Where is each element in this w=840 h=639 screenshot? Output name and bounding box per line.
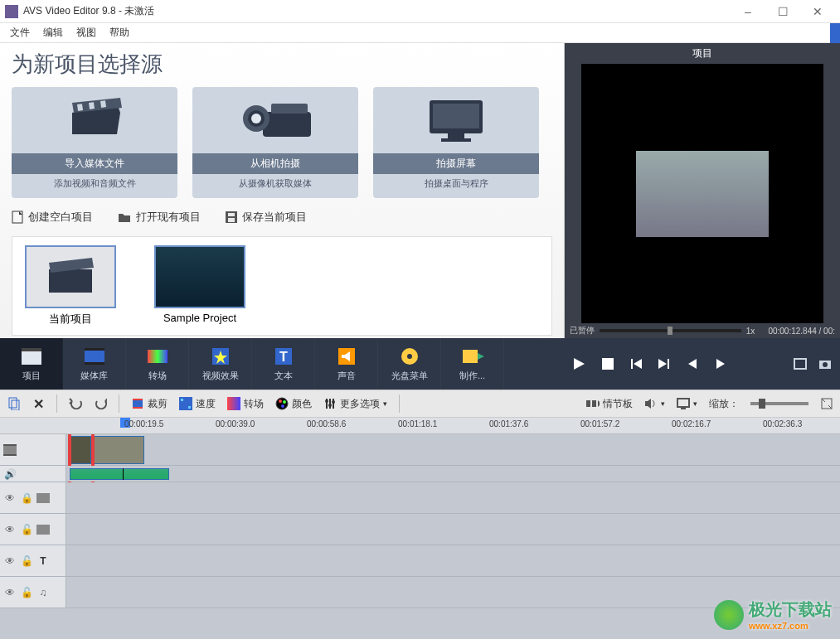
lock-icon[interactable]: 🔓 xyxy=(20,524,33,535)
svg-point-61 xyxy=(281,404,284,408)
video-clip[interactable] xyxy=(91,436,144,464)
preview-viewport[interactable] xyxy=(581,64,823,323)
track-body[interactable] xyxy=(66,545,840,576)
save-project[interactable]: 保存当前项目 xyxy=(226,210,307,225)
text-icon: T xyxy=(272,346,295,366)
clapperboard-icon xyxy=(44,258,97,296)
tab-produce[interactable]: 制作... xyxy=(441,338,504,390)
display-button[interactable]: ▾ xyxy=(677,397,697,410)
track-body[interactable] xyxy=(66,434,840,465)
video-clip[interactable] xyxy=(70,436,91,464)
svg-rect-52 xyxy=(133,400,143,407)
source-from-camera[interactable]: 从相机拍摄 从摄像机获取媒体 xyxy=(192,87,358,198)
menu-view[interactable]: 视图 xyxy=(70,23,103,42)
snapshot-button[interactable] xyxy=(818,358,832,370)
transition-tool[interactable]: 转场 xyxy=(227,397,264,411)
svg-marker-71 xyxy=(645,399,651,409)
more-options[interactable]: 更多选项▾ xyxy=(323,397,387,411)
menu-file[interactable]: 文件 xyxy=(3,23,36,42)
svg-rect-6 xyxy=(263,112,311,137)
preview-time: 00:00:12.844 / 00: xyxy=(768,327,835,336)
aurora-icon xyxy=(714,600,744,630)
fullscreen-button[interactable] xyxy=(794,358,807,370)
stop-button[interactable] xyxy=(602,358,614,370)
menu-help[interactable]: 帮助 xyxy=(103,23,136,42)
crop-tool[interactable]: 裁剪 xyxy=(131,397,168,411)
eye-icon[interactable]: 👁 xyxy=(3,524,17,535)
frame-back-button[interactable] xyxy=(687,358,698,370)
undo-button[interactable] xyxy=(69,397,82,410)
svg-rect-36 xyxy=(463,350,478,363)
svg-marker-37 xyxy=(478,353,484,360)
project-sample[interactable]: Sample Project xyxy=(150,245,250,327)
svg-point-66 xyxy=(328,404,332,407)
camcorder-icon xyxy=(238,87,313,153)
minimize-button[interactable]: – xyxy=(731,0,765,23)
speed-slider[interactable] xyxy=(600,329,741,332)
svg-rect-22 xyxy=(22,350,41,365)
lock-icon[interactable]: 🔓 xyxy=(20,587,33,598)
play-button[interactable] xyxy=(572,357,585,370)
tab-transitions[interactable]: 转场 xyxy=(126,338,189,390)
side-tab[interactable] xyxy=(830,23,840,43)
svg-marker-38 xyxy=(574,358,585,370)
lock-icon[interactable]: 🔒 xyxy=(20,492,33,504)
svg-rect-18 xyxy=(228,213,235,216)
watermark: 极光下载站 www.xz7.com xyxy=(714,598,832,631)
svg-text:T: T xyxy=(279,350,288,364)
transition-icon xyxy=(146,346,169,366)
frame-fwd-button[interactable] xyxy=(715,358,726,370)
time-ruler[interactable]: 00:00:19.5 00:00:39.0 00:00:58.6 00:01:1… xyxy=(0,418,840,434)
volume-button[interactable]: ▾ xyxy=(644,397,665,410)
content-area: 为新项目选择源 导入媒体文件 添加视频和音频文件 从相机拍摄 从摄像机获取媒体 xyxy=(0,43,840,338)
prev-button[interactable] xyxy=(630,358,642,370)
source-import-media[interactable]: 导入媒体文件 添加视频和音频文件 xyxy=(12,87,177,198)
redo-button[interactable] xyxy=(94,397,107,410)
svg-rect-14 xyxy=(441,138,471,142)
tab-video-effects[interactable]: 视频效果 xyxy=(189,338,252,390)
svg-rect-5 xyxy=(100,100,106,108)
zoom-slider[interactable] xyxy=(750,402,808,405)
speed-tool[interactable]: 速度 xyxy=(179,397,216,411)
eye-icon[interactable]: 👁 xyxy=(3,555,17,567)
next-button[interactable] xyxy=(658,358,670,370)
delete-button[interactable]: ✕ xyxy=(32,397,45,410)
open-project[interactable]: 打开现有项目 xyxy=(118,210,201,225)
maximize-button[interactable]: ☐ xyxy=(765,0,800,23)
tab-audio[interactable]: 声音 xyxy=(315,338,378,390)
track-body[interactable] xyxy=(66,482,840,513)
project-current[interactable]: 当前项目 xyxy=(21,245,120,327)
effects-icon xyxy=(209,346,232,366)
tab-text[interactable]: T 文本 xyxy=(252,338,315,390)
eye-icon[interactable]: 👁 xyxy=(3,587,17,598)
preview-frame xyxy=(636,151,769,237)
megaphone-icon xyxy=(335,346,358,366)
tab-disc-menu[interactable]: 光盘菜单 xyxy=(378,338,441,390)
eye-icon[interactable]: 👁 xyxy=(3,492,17,504)
svg-rect-72 xyxy=(677,399,689,407)
tab-media-library[interactable]: 媒体库 xyxy=(63,338,126,390)
svg-rect-79 xyxy=(3,454,17,456)
svg-point-67 xyxy=(332,400,335,404)
track-body[interactable] xyxy=(66,514,840,545)
tab-project[interactable]: 项目 xyxy=(0,338,63,390)
track-body[interactable] xyxy=(66,466,840,482)
lock-icon[interactable]: 🔓 xyxy=(20,555,33,567)
copy-button[interactable] xyxy=(7,397,20,410)
color-tool[interactable]: 颜色 xyxy=(275,397,312,411)
disc-icon xyxy=(398,346,421,366)
storyboard-toggle[interactable]: 情节板 xyxy=(586,397,633,411)
menubar: 文件 编辑 视图 帮助 xyxy=(0,23,840,43)
source-sub: 添加视频和音频文件 xyxy=(54,174,136,193)
svg-rect-78 xyxy=(3,444,17,446)
close-button[interactable]: ✕ xyxy=(800,0,835,23)
svg-rect-23 xyxy=(22,348,41,351)
source-capture-screen[interactable]: 拍摄屏幕 拍摄桌面与程序 xyxy=(373,87,539,198)
audio-clip[interactable] xyxy=(70,468,169,480)
fit-button[interactable] xyxy=(820,397,833,410)
svg-rect-68 xyxy=(586,400,590,407)
menu-edit[interactable]: 编辑 xyxy=(36,23,70,42)
new-blank-project[interactable]: 创建空白项目 xyxy=(12,210,93,225)
edit-toolbar: ✕ 裁剪 速度 转场 颜色 更多选项▾ 情节板 ▾ ▾ 缩放： xyxy=(0,390,840,418)
source-sub: 拍摄桌面与程序 xyxy=(425,174,488,193)
